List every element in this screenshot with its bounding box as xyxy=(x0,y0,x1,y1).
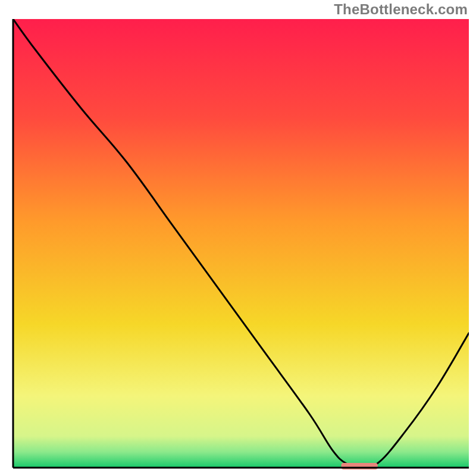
watermark-text: TheBottleneck.com xyxy=(334,1,468,18)
gradient-background xyxy=(13,19,469,468)
bottleneck-chart xyxy=(0,0,476,476)
